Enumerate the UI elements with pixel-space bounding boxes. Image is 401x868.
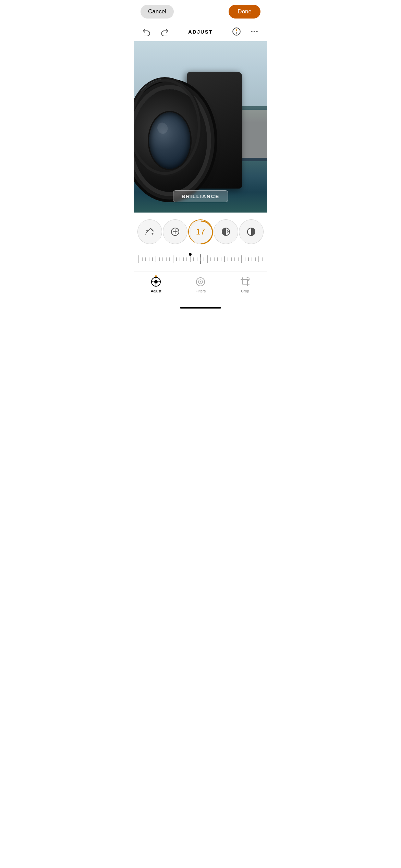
slider-dot (189, 253, 192, 256)
exposure-icon (220, 226, 231, 237)
tools-row: 17 (137, 219, 264, 244)
nav-item-adjust[interactable]: Adjust (144, 275, 168, 295)
brilliance-arc (189, 220, 214, 245)
filters-icon-wrapper (195, 277, 206, 287)
image-area: BRILLIANCE (134, 41, 267, 213)
tool-add[interactable] (163, 219, 187, 244)
camera-group (134, 58, 236, 195)
contrast-icon (246, 226, 257, 237)
svg-point-3 (251, 31, 252, 32)
adjust-tools: 17 (134, 213, 267, 252)
home-bar (180, 307, 221, 309)
adjust-icon-wrapper (151, 277, 161, 287)
tool-exposure[interactable] (214, 219, 238, 244)
svg-point-33 (200, 281, 201, 282)
tool-brilliance[interactable]: 17 (188, 219, 213, 244)
tool-contrast[interactable] (239, 219, 264, 244)
svg-point-8 (151, 229, 153, 230)
more-button[interactable] (248, 25, 260, 38)
nav-item-crop[interactable]: Crop (233, 275, 257, 295)
svg-marker-2 (236, 32, 237, 35)
slider-area[interactable] (134, 252, 267, 272)
adjust-label: Adjust (151, 289, 161, 293)
crop-icon (240, 277, 250, 287)
done-button[interactable]: Done (229, 5, 260, 19)
svg-point-5 (256, 31, 257, 32)
crop-icon-wrapper (240, 277, 250, 287)
nav-items: Adjust Filters (134, 275, 267, 295)
home-indicator (134, 305, 267, 312)
svg-marker-1 (236, 28, 237, 32)
svg-point-26 (154, 280, 158, 284)
cancel-button[interactable]: Cancel (141, 5, 174, 19)
slider-track[interactable] (137, 252, 264, 266)
wand-icon (144, 226, 155, 237)
compass-icon (232, 27, 241, 36)
redo-button[interactable] (158, 25, 171, 38)
svg-point-4 (254, 31, 255, 32)
bottom-nav: Adjust Filters (134, 272, 267, 305)
toolbar-right (230, 25, 260, 38)
ticks (137, 252, 264, 266)
tool-auto[interactable] (137, 219, 162, 244)
nav-item-filters[interactable]: Filters (189, 275, 212, 295)
filters-label: Filters (195, 289, 206, 293)
undo-button[interactable] (141, 25, 153, 38)
plus-circle-icon (170, 226, 181, 237)
nav-indicator-dot (155, 275, 157, 277)
compass-button[interactable] (230, 25, 243, 38)
crop-label: Crop (241, 289, 249, 293)
image-background (134, 41, 267, 213)
second-toolbar: ADJUST (134, 23, 267, 41)
tick-container (137, 252, 264, 266)
page-title: ADJUST (188, 29, 213, 35)
brilliance-label: BRILLIANCE (173, 190, 228, 202)
filters-icon (196, 277, 205, 287)
more-icon (250, 27, 259, 36)
undo-icon (142, 27, 151, 36)
toolbar-left (141, 25, 171, 38)
top-bar: Cancel Done (134, 0, 267, 23)
redo-icon (160, 27, 169, 36)
adjust-icon (151, 277, 161, 287)
building-5 (240, 110, 267, 158)
